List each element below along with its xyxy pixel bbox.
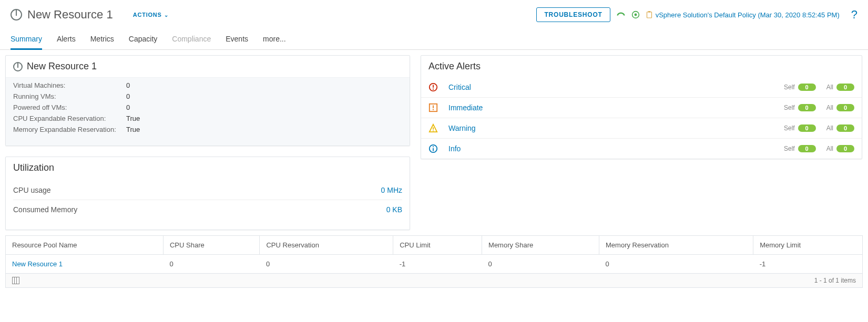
policy-icon (646, 11, 652, 19)
alert-row-immediate: Immediate Self0 All0 (421, 97, 862, 118)
summary-card: New Resource 1 Virtual Machines:0 Runnin… (5, 55, 410, 146)
header-left: New Resource 1 ACTIONS ⌄ (11, 8, 536, 22)
all-count-badge: 0 (836, 84, 854, 91)
immediate-icon (428, 103, 438, 112)
alert-row-critical: Critical Self0 All0 (421, 77, 862, 97)
all-count-badge: 0 (836, 145, 854, 152)
prop-row: Running VMs:0 (13, 91, 402, 102)
utilization-card: Utilization CPU usage 0 MHz Consumed Mem… (5, 157, 410, 230)
prop-label: CPU Expandable Reservation: (13, 115, 126, 122)
prop-row: Memory Expandable Reservation:True (13, 124, 402, 135)
cell-resource-name-link[interactable]: New Resource 1 (6, 255, 163, 274)
tab-more[interactable]: more... (263, 30, 286, 50)
prop-row: CPU Expandable Reservation:True (13, 113, 402, 124)
self-label: Self (784, 145, 795, 152)
tab-events[interactable]: Events (226, 30, 248, 50)
left-column: New Resource 1 Virtual Machines:0 Runnin… (5, 55, 410, 230)
self-label: Self (784, 84, 795, 91)
cell-mem-res: 0 (599, 255, 753, 274)
util-label: Consumed Memory (13, 205, 77, 214)
col-memory-reservation[interactable]: Memory Reservation (599, 236, 753, 255)
policy-link[interactable]: vSphere Solution's Default Policy (Mar 3… (646, 11, 840, 19)
tab-metrics[interactable]: Metrics (90, 30, 114, 50)
tab-bar: Summary Alerts Metrics Capacity Complian… (0, 30, 868, 50)
alert-all-group: All0 (826, 145, 854, 152)
alert-immediate-link[interactable]: Immediate (448, 103, 773, 112)
summary-card-body: Virtual Machines:0 Running VMs:0 Powered… (6, 77, 410, 146)
util-value-link[interactable]: 0 KB (386, 205, 402, 214)
alert-warning-link[interactable]: Warning (448, 124, 773, 132)
cell-cpu-res: 0 (260, 255, 393, 274)
all-count-badge: 0 (836, 124, 854, 132)
utilization-card-body: CPU usage 0 MHz Consumed Memory 0 KB (6, 179, 410, 230)
cell-mem-limit: -1 (753, 255, 862, 274)
col-memory-limit[interactable]: Memory Limit (753, 236, 862, 255)
all-label: All (826, 84, 833, 91)
active-alerts-body: Critical Self0 All0 Immediate Self0 All0… (421, 77, 862, 159)
content-area: New Resource 1 Virtual Machines:0 Runnin… (0, 50, 868, 235)
resource-pool-icon (13, 62, 23, 71)
self-label: Self (784, 124, 795, 132)
prop-row: Virtual Machines:0 (13, 80, 402, 91)
prop-value: 0 (126, 92, 130, 100)
svg-point-1 (634, 14, 637, 16)
utilization-card-title: Utilization (6, 157, 410, 179)
critical-icon (428, 82, 438, 92)
alert-row-info: Info Self0 All0 (421, 138, 862, 159)
summary-card-title: New Resource 1 (27, 61, 97, 72)
col-memory-share[interactable]: Memory Share (482, 236, 599, 255)
prop-value: 0 (126, 81, 130, 89)
alert-self-group: Self0 (784, 145, 816, 152)
pagination-text: 1 - 1 of 1 items (814, 277, 856, 284)
warning-icon (428, 123, 438, 133)
alert-critical-link[interactable]: Critical (448, 83, 773, 91)
cell-cpu-limit: -1 (393, 255, 482, 274)
col-resource-pool-name[interactable]: Resource Pool Name (6, 236, 163, 255)
tab-capacity[interactable]: Capacity (129, 30, 157, 50)
svg-point-12 (433, 130, 434, 131)
util-value-link[interactable]: 0 MHz (381, 186, 402, 194)
svg-rect-2 (647, 12, 651, 18)
all-label: All (826, 104, 833, 111)
info-icon (428, 144, 438, 153)
prop-value: True (126, 115, 140, 122)
self-count-badge: 0 (798, 145, 816, 152)
alert-all-group: All0 (826, 84, 854, 91)
col-cpu-share[interactable]: CPU Share (163, 236, 260, 255)
all-count-badge: 0 (836, 104, 854, 111)
prop-label: Powered off VMs: (13, 103, 126, 111)
alert-info-link[interactable]: Info (448, 144, 773, 153)
header-right: TROUBLESHOOT vSphere Solution's Default … (536, 7, 857, 22)
alert-row-warning: Warning Self0 All0 (421, 118, 862, 138)
table-row[interactable]: New Resource 1 0 0 -1 0 0 -1 (6, 255, 862, 274)
page-title: New Resource 1 (27, 8, 113, 22)
self-count-badge: 0 (798, 84, 816, 91)
alert-self-group: Self0 (784, 104, 816, 111)
svg-point-9 (433, 109, 434, 110)
tab-alerts[interactable]: Alerts (57, 30, 76, 50)
self-count-badge: 0 (798, 104, 816, 111)
all-label: All (826, 145, 833, 152)
col-cpu-reservation[interactable]: CPU Reservation (260, 236, 393, 255)
table-header-row: Resource Pool Name CPU Share CPU Reserva… (6, 236, 862, 255)
prop-label: Virtual Machines: (13, 81, 126, 89)
svg-point-14 (433, 146, 434, 147)
self-label: Self (784, 104, 795, 111)
actions-label: ACTIONS (133, 12, 162, 18)
util-label: CPU usage (13, 186, 51, 194)
column-picker-icon[interactable] (12, 277, 19, 284)
troubleshoot-button[interactable]: TROUBLESHOOT (536, 7, 610, 22)
tab-compliance: Compliance (172, 30, 211, 50)
resource-pool-icon (11, 9, 22, 20)
alert-self-group: Self0 (784, 84, 816, 91)
actions-dropdown[interactable]: ACTIONS ⌄ (133, 12, 169, 18)
prop-value: 0 (126, 103, 130, 111)
tab-summary[interactable]: Summary (11, 30, 42, 50)
help-icon[interactable]: ? (851, 8, 857, 22)
svg-rect-3 (648, 11, 650, 12)
prop-row: Powered off VMs:0 (13, 102, 402, 113)
cell-mem-share: 0 (482, 255, 599, 274)
col-cpu-limit[interactable]: CPU Limit (393, 236, 482, 255)
all-label: All (826, 124, 833, 132)
alert-all-group: All0 (826, 124, 854, 132)
